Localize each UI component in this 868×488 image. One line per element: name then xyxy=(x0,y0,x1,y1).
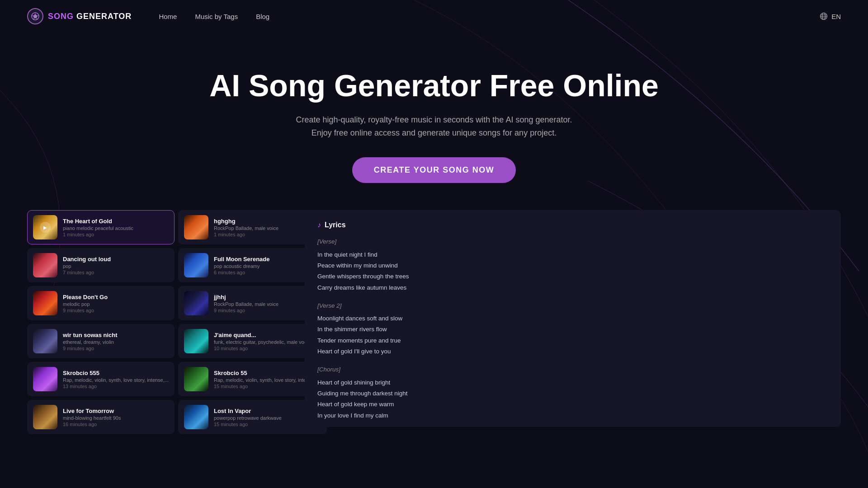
globe-icon xyxy=(820,12,828,20)
song-info: Please Don't Gomelodic pop9 minutes ago xyxy=(63,294,169,313)
lyrics-line: Gentle whispers through the trees xyxy=(317,271,828,282)
play-button-icon: ▶ xyxy=(40,222,51,233)
lyrics-line: Heart of gold I'll give to you xyxy=(317,346,828,357)
lyrics-panel: ♪ Lyrics [Verse]In the quiet night I fin… xyxy=(305,210,841,427)
lyrics-line: In the shimmer rivers flow xyxy=(317,324,828,335)
song-genre: Rap, melodic, violin, synth, love story,… xyxy=(63,377,169,383)
song-card-skrobcio-555[interactable]: Skrobcio 555Rap, melodic, violin, synth,… xyxy=(27,362,175,396)
song-thumbnail xyxy=(33,291,57,315)
song-time: 1 minutes ago xyxy=(63,232,169,237)
song-info: Live for Tomorrowmind-blowing heartfelt … xyxy=(63,408,169,427)
song-card-please-dont-go[interactable]: Please Don't Gomelodic pop9 minutes ago xyxy=(27,286,175,320)
song-thumbnail xyxy=(184,215,208,239)
logo[interactable]: SONG GENERATOR xyxy=(27,8,132,24)
lyrics-section: [Verse]In the quiet night I findPeace wi… xyxy=(317,236,828,293)
song-thumbnail xyxy=(33,405,57,429)
song-title: Skrobcio 555 xyxy=(63,370,169,376)
song-time: 13 minutes ago xyxy=(63,384,169,389)
lyrics-line: Heart of gold keep me warm xyxy=(317,399,828,410)
song-time: 7 minutes ago xyxy=(63,270,169,275)
lyrics-section-label: [Chorus] xyxy=(317,364,828,375)
song-thumbnail xyxy=(33,329,57,353)
lyrics-line: Moonlight dances soft and slow xyxy=(317,313,828,324)
nav-home[interactable]: Home xyxy=(159,13,177,20)
hero-section: AI Song Generator Free Online Create hig… xyxy=(0,33,868,206)
song-genre: melodic pop xyxy=(63,301,169,307)
lyrics-content: [Verse]In the quiet night I findPeace wi… xyxy=(317,236,828,427)
lyrics-line: In your love I find my calm xyxy=(317,410,828,421)
song-card-wir-tun-sowas[interactable]: wir tun sowas nichtethereal, dreamy, vio… xyxy=(27,324,175,358)
song-thumbnail: ▶ xyxy=(33,215,57,239)
song-time: 9 minutes ago xyxy=(63,346,169,351)
left-song-column: ▶The Heart of Goldpiano melodic peaceful… xyxy=(27,210,175,434)
song-card-dancing-out-loud[interactable]: Dancing out loudpop7 minutes ago xyxy=(27,248,175,282)
song-genre: piano melodic peaceful acoustic xyxy=(63,225,169,231)
lyrics-header: ♪ Lyrics xyxy=(317,221,828,229)
song-thumbnail xyxy=(184,367,208,391)
main-nav: Home Music by Tags Blog xyxy=(159,13,820,20)
song-info: The Heart of Goldpiano melodic peaceful … xyxy=(63,218,169,237)
lyrics-title: Lyrics xyxy=(325,221,346,229)
lyrics-line: Peace within my mind unwind xyxy=(317,260,828,271)
lyrics-section-label: [Verse 2] xyxy=(317,300,828,311)
song-title: Live for Tomorrow xyxy=(63,408,169,414)
song-thumbnail xyxy=(184,291,208,315)
song-card-live-for-tomorrow[interactable]: Live for Tomorrowmind-blowing heartfelt … xyxy=(27,400,175,434)
song-time: 16 minutes ago xyxy=(63,422,169,427)
lyrics-line: In the quiet night I find xyxy=(317,249,828,260)
song-title: wir tun sowas nicht xyxy=(63,332,169,338)
logo-icon xyxy=(27,8,43,24)
song-genre: mind-blowing heartfelt 90s xyxy=(63,415,169,421)
song-title: The Heart of Gold xyxy=(63,218,169,225)
song-thumbnail xyxy=(184,329,208,353)
song-title: Please Don't Go xyxy=(63,294,169,300)
lyrics-section: [Verse 2]Moonlight dances soft and slowI… xyxy=(317,300,828,357)
music-note-icon: ♪ xyxy=(317,221,321,229)
song-card-heart-of-gold[interactable]: ▶The Heart of Goldpiano melodic peaceful… xyxy=(27,210,175,244)
header: SONG GENERATOR Home Music by Tags Blog E… xyxy=(0,0,868,33)
song-time: 9 minutes ago xyxy=(63,308,169,313)
create-song-button[interactable]: CREATE YOUR SONG NOW xyxy=(352,157,516,183)
song-list: ▶The Heart of Goldpiano melodic peaceful… xyxy=(27,210,294,434)
song-genre: ethereal, dreamy, violin xyxy=(63,339,169,345)
lyrics-section: [Chorus]Heart of gold shining brightGuid… xyxy=(317,364,828,421)
song-info: Dancing out loudpop7 minutes ago xyxy=(63,256,169,275)
hero-title: AI Song Generator Free Online xyxy=(9,69,859,103)
main-content: ▶The Heart of Goldpiano melodic peaceful… xyxy=(0,210,868,452)
song-info: wir tun sowas nichtethereal, dreamy, vio… xyxy=(63,332,169,351)
song-thumbnail xyxy=(184,253,208,277)
song-genre: pop xyxy=(63,263,169,269)
logo-text: SONG GENERATOR xyxy=(48,12,132,21)
song-info: Skrobcio 555Rap, melodic, violin, synth,… xyxy=(63,370,169,389)
song-thumbnail xyxy=(184,405,208,429)
lyrics-line: Tender moments pure and true xyxy=(317,335,828,346)
nav-blog[interactable]: Blog xyxy=(256,13,269,20)
language-selector[interactable]: EN xyxy=(820,12,841,20)
language-label: EN xyxy=(831,13,841,20)
lyrics-section-label: [Verse] xyxy=(317,236,828,247)
hero-subtitle: Create high-quality, royalty-free music … xyxy=(285,113,583,140)
nav-music-by-tags[interactable]: Music by Tags xyxy=(195,13,238,20)
lyrics-line: Carry dreams like autumn leaves xyxy=(317,282,828,293)
song-title: Dancing out loud xyxy=(63,256,169,263)
lyrics-line: Guiding me through darkest night xyxy=(317,388,828,399)
song-thumbnail xyxy=(33,253,57,277)
lyrics-line: Heart of gold shining bright xyxy=(317,377,828,388)
song-thumbnail xyxy=(33,367,57,391)
